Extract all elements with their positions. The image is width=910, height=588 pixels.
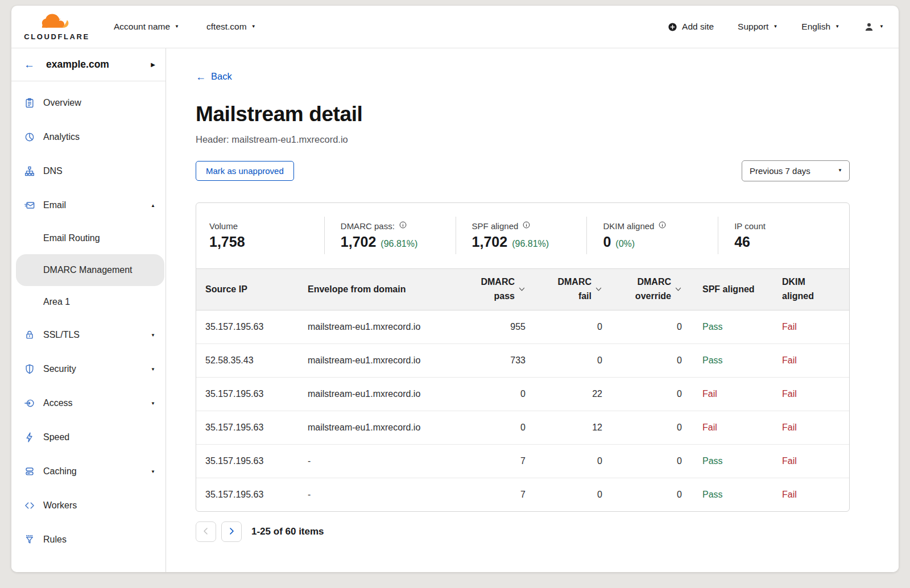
cell-dmarc-pass: 955 — [458, 310, 529, 343]
stat-label: IP count — [734, 221, 849, 231]
column-header-label: SPF aligned — [702, 284, 755, 294]
cell-spf-aligned: Pass — [685, 343, 771, 377]
mark-unapproved-button[interactable]: Mark as unapproved — [196, 161, 294, 181]
cell-dmarc-pass: 7 — [458, 444, 529, 478]
user-menu[interactable]: ▼ — [863, 21, 884, 32]
stat-volume: Volume1,758 — [196, 217, 324, 254]
site-menu-label: cftest.com — [206, 22, 247, 32]
cell-dkim-aligned: Fail — [771, 478, 850, 511]
cell-dmarc-override: 0 — [606, 444, 685, 478]
brackets-icon — [24, 500, 35, 511]
language-menu[interactable]: English ▼ — [801, 22, 839, 32]
cell-dmarc-fail: 0 — [529, 310, 606, 343]
network-icon — [24, 165, 35, 177]
site-menu[interactable]: cftest.com ▼ — [206, 22, 256, 32]
stat-percentage: (96.81%) — [380, 239, 417, 249]
cell-dkim-aligned: Fail — [771, 444, 850, 478]
support-menu[interactable]: Support ▼ — [738, 22, 777, 32]
account-menu[interactable]: Account name ▼ — [114, 22, 179, 32]
chevron-down-icon: ▼ — [835, 24, 839, 29]
next-page-button[interactable] — [221, 521, 242, 542]
chevron-down-icon: ▼ — [151, 333, 155, 338]
sidebar-item-label: Analytics — [43, 132, 155, 142]
pagination: 1-25 of 60 items — [196, 521, 899, 542]
table-row: 35.157.195.63mailstream-eu1.mxrecord.io0… — [196, 411, 850, 444]
sort-chevron-icon[interactable] — [675, 285, 682, 293]
clipboard-icon — [24, 97, 35, 109]
column-header-dmarc-pass[interactable]: DMARC pass — [458, 268, 529, 310]
sidebar-item-overview[interactable]: Overview — [11, 86, 166, 120]
sidebar-item-analytics[interactable]: Analytics — [11, 120, 166, 154]
page-background: CLOUDFLARE Account name ▼ cftest.com ▼ A… — [0, 0, 910, 588]
cell-envelope-from-domain: - — [308, 478, 458, 511]
cell-dkim-aligned: Fail — [771, 310, 850, 343]
user-icon — [863, 21, 875, 32]
sidebar-item-email[interactable]: Email▲ — [11, 188, 166, 222]
stat-value-row: 1,702(96.81%) — [341, 234, 456, 250]
info-icon[interactable] — [399, 221, 407, 231]
topbar-left: Account name ▼ cftest.com ▼ — [114, 22, 256, 32]
column-header-dmarc-override[interactable]: DMARC override — [606, 268, 685, 310]
column-header-label: DMARC fail — [553, 275, 592, 304]
cell-source-ip: 35.157.195.63 — [196, 310, 308, 343]
page-subtitle: Header: mailstream-eu1.mxrecord.io — [196, 134, 899, 145]
column-header-dmarc-fail[interactable]: DMARC fail — [529, 268, 606, 310]
cell-spf-aligned: Fail — [685, 411, 771, 444]
chevron-right-icon: ▶ — [151, 61, 155, 68]
sidebar-item-area-1[interactable]: Area 1 — [11, 286, 166, 318]
pie-icon — [24, 131, 35, 143]
sidebar-item-access[interactable]: Access▼ — [11, 386, 166, 420]
stat-label: DKIM aligned — [603, 221, 718, 231]
sidebar-item-rules[interactable]: Rules — [11, 523, 166, 557]
controls-row: Mark as unapproved Previous 7 days ▼ — [196, 160, 850, 181]
table-row: 35.157.195.63-700PassFail — [196, 444, 850, 478]
add-site-button[interactable]: Add site — [668, 22, 714, 32]
chevron-down-icon: ▼ — [151, 401, 155, 406]
prev-page-button[interactable] — [196, 521, 216, 542]
back-link[interactable]: ← Back — [196, 71, 232, 82]
sidebar-item-ssl-tls[interactable]: SSL/TLS▼ — [11, 318, 166, 352]
cell-dmarc-override: 0 — [606, 377, 685, 411]
cell-dmarc-override: 0 — [606, 343, 685, 377]
sidebar-item-label: SSL/TLS — [43, 330, 151, 340]
table-row: 52.58.35.43mailstream-eu1.mxrecord.io733… — [196, 343, 850, 377]
sidebar-item-label: Email — [43, 200, 151, 210]
sidebar-item-security[interactable]: Security▼ — [11, 352, 166, 386]
chevron-down-icon: ▼ — [151, 367, 155, 372]
back-arrow-icon: ← — [24, 59, 35, 70]
column-header-label: DMARC pass — [476, 275, 515, 304]
sidebar-item-dmarc-management[interactable]: DMARC Management — [16, 254, 164, 286]
column-header-envelope-from-domain: Envelope from domain — [308, 268, 458, 310]
bolt-icon — [24, 432, 35, 443]
info-icon[interactable] — [522, 221, 531, 231]
sidebar-item-dns[interactable]: DNS — [11, 154, 166, 188]
sidebar-item-email-routing[interactable]: Email Routing — [11, 222, 166, 254]
table-header-row: Source IPEnvelope from domainDMARC passD… — [196, 268, 850, 310]
sidebar-item-workers[interactable]: Workers — [11, 488, 166, 523]
sidebar: ← example.com ▶ OverviewAnalyticsDNSEmai… — [11, 48, 166, 572]
cloudflare-cloud-icon — [39, 13, 75, 32]
stat-spf-aligned: SPF aligned1,702(96.81%) — [456, 217, 587, 254]
column-header-label: Envelope from domain — [308, 284, 406, 294]
period-select[interactable]: Previous 7 days ▼ — [742, 160, 850, 181]
layers-icon — [24, 466, 35, 477]
pagination-text: 1-25 of 60 items — [251, 526, 324, 537]
site-switcher-label: example.com — [46, 59, 151, 71]
stat-dmarc-pass: DMARC pass:1,702(96.81%) — [324, 217, 456, 254]
stat-value: 46 — [734, 234, 750, 250]
site-switcher[interactable]: ← example.com ▶ — [11, 48, 166, 81]
cell-dmarc-fail: 0 — [529, 478, 606, 511]
stat-label-text: DKIM aligned — [603, 221, 654, 231]
info-icon[interactable] — [658, 221, 667, 231]
sidebar-item-speed[interactable]: Speed — [11, 420, 166, 454]
sort-chevron-icon[interactable] — [595, 285, 602, 293]
sidebar-item-caching[interactable]: Caching▼ — [11, 454, 166, 488]
cloudflare-logo[interactable]: CLOUDFLARE — [19, 13, 94, 41]
stat-label-text: DMARC pass: — [341, 221, 395, 231]
cell-source-ip: 35.157.195.63 — [196, 411, 308, 444]
sidebar-nav: OverviewAnalyticsDNSEmail▲Email RoutingD… — [11, 81, 166, 557]
cell-dmarc-pass: 0 — [458, 377, 529, 411]
language-label: English — [801, 22, 830, 32]
stat-value-row: 0(0%) — [603, 234, 718, 250]
sort-chevron-icon[interactable] — [518, 285, 526, 293]
